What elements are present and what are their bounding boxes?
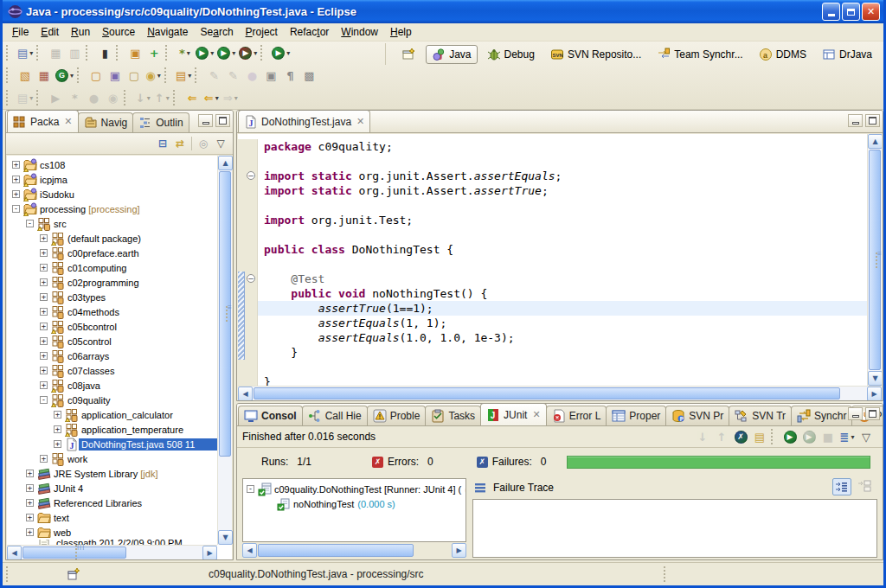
scroll-up-icon[interactable]: ▲ bbox=[218, 156, 233, 170]
tree-item-work[interactable]: +work bbox=[7, 451, 217, 466]
close-tab-icon[interactable]: ✕ bbox=[532, 409, 540, 420]
code-line-17[interactable]: } bbox=[238, 374, 867, 386]
dropdown-arrow-icon[interactable]: ▾ bbox=[286, 49, 290, 57]
tree-item-c03types[interactable]: +c03types bbox=[7, 290, 217, 304]
expand-icon[interactable]: + bbox=[40, 293, 48, 301]
tree-item-c05control[interactable]: +c05control bbox=[7, 334, 217, 348]
package-explorer-tree[interactable]: +cs108+icpjma+iSudoku-processing [proces… bbox=[7, 156, 217, 545]
view-tab-navig[interactable]: Navig bbox=[78, 112, 134, 132]
tree-item-application-temperature[interactable]: +application_temperature bbox=[7, 422, 217, 437]
dropdown-arrow-icon[interactable]: ▾ bbox=[851, 433, 854, 441]
tree-item-c08java[interactable]: +c08java bbox=[7, 378, 217, 393]
tree-item-src[interactable]: -src bbox=[7, 216, 217, 231]
expand-icon[interactable]: + bbox=[40, 278, 48, 286]
view-tab-packa[interactable]: Packa✕ bbox=[7, 110, 79, 132]
scroll-thumb[interactable] bbox=[254, 387, 840, 399]
code-editor[interactable]: package c09quality;−import static org.ju… bbox=[238, 134, 882, 386]
code-line-12[interactable]: assertTrue(1==1); bbox=[238, 301, 867, 316]
code-line-5[interactable] bbox=[238, 198, 867, 213]
menu-window[interactable]: Window bbox=[335, 24, 384, 40]
back-icon[interactable]: ⇐▾ bbox=[202, 88, 220, 107]
code-line-9[interactable] bbox=[238, 257, 867, 272]
collapse-icon[interactable]: - bbox=[40, 396, 48, 404]
tree-item-application-calculator[interactable]: +application_calculator bbox=[7, 407, 217, 422]
code-line-2[interactable] bbox=[238, 154, 867, 169]
rerun-test-icon[interactable]: ▶ bbox=[781, 427, 799, 446]
perspective-ddms[interactable]: aDDMS bbox=[753, 45, 812, 64]
close-tab-icon[interactable]: ✕ bbox=[356, 116, 364, 127]
new-java-wizard-icon[interactable]: ▣ bbox=[126, 43, 144, 62]
tree-item-c09quality[interactable]: -c09quality bbox=[7, 393, 217, 407]
new-package-icon[interactable]: ▦ bbox=[35, 66, 53, 85]
package-explorer-vscrollbar[interactable]: ▲ ≡ ▼ bbox=[217, 156, 232, 545]
view-tab-outlin[interactable]: Outlin bbox=[132, 112, 189, 132]
expand-icon[interactable]: + bbox=[26, 499, 34, 507]
new-java-project-icon[interactable]: ▧ bbox=[16, 66, 34, 85]
scroll-thumb[interactable]: ≡ bbox=[219, 171, 231, 457]
junit-tree-hscrollbar[interactable]: ◀ ▶ bbox=[242, 543, 466, 558]
menu-help[interactable]: Help bbox=[384, 24, 418, 40]
expand-icon[interactable]: + bbox=[40, 337, 48, 345]
code-line-13[interactable]: assertEquals(1, 1); bbox=[238, 316, 867, 330]
collapse-icon[interactable]: - bbox=[12, 205, 20, 213]
tree-item-c06arrays[interactable]: +c06arrays bbox=[7, 348, 217, 363]
last-edit-location-icon[interactable]: ⇐ bbox=[183, 88, 201, 107]
expand-icon[interactable]: + bbox=[12, 176, 20, 183]
expand-icon[interactable]: + bbox=[26, 514, 34, 521]
expand-icon[interactable]: + bbox=[40, 323, 48, 330]
tree-item-c00preface-earth[interactable]: +c00preface.earth bbox=[7, 246, 217, 260]
collapse-icon[interactable]: - bbox=[26, 220, 34, 227]
package-explorer-hscrollbar[interactable]: ◀ ||| ▶ bbox=[7, 545, 217, 559]
tree-item-c05bcontrol[interactable]: +c05bcontrol bbox=[7, 319, 217, 334]
scroll-left-icon[interactable]: ◀ bbox=[242, 543, 257, 558]
scroll-thumb[interactable]: ||| bbox=[22, 546, 126, 559]
code-line-10[interactable]: − @Test bbox=[238, 272, 867, 286]
tree-item-c07classes[interactable]: +c07classes bbox=[7, 363, 217, 378]
run-as-icon[interactable]: ▶▾ bbox=[216, 43, 236, 62]
perspective-java[interactable]: JJava bbox=[426, 45, 477, 64]
menu-run[interactable]: Run bbox=[65, 24, 96, 40]
editor-hscrollbar[interactable]: ◀ ▶ bbox=[238, 386, 882, 400]
collapse-icon[interactable]: - bbox=[247, 485, 254, 493]
open-resource-icon[interactable]: ▢ bbox=[125, 66, 143, 85]
view-tab-call-hie[interactable]: Call Hie bbox=[302, 406, 368, 425]
search-workspace-icon[interactable]: ▣ bbox=[106, 66, 124, 85]
scroll-left-icon[interactable]: ◀ bbox=[7, 546, 22, 560]
junit-test-tree[interactable]: -c09quality.DoNothingTest [Runner: JUnit… bbox=[242, 478, 466, 542]
junit-test-nonothingtest[interactable]: noNothingTest(0.000 s) bbox=[243, 496, 465, 511]
expand-icon[interactable]: + bbox=[54, 425, 61, 433]
tree-item-c01computing[interactable]: +c01computing bbox=[7, 260, 217, 275]
tree-item-referenced-libraries[interactable]: +Referenced Libraries bbox=[7, 495, 217, 510]
perspective-open-perspective[interactable] bbox=[396, 45, 422, 64]
code-line-14[interactable]: assertEquals(1.0, 1.0, 1e-3); bbox=[238, 330, 867, 345]
open-type-icon[interactable]: ▢ bbox=[87, 66, 105, 85]
collapse-fold-icon[interactable]: − bbox=[247, 274, 255, 283]
perspective-debug[interactable]: Debug bbox=[481, 45, 541, 64]
dropdown-arrow-icon[interactable]: ▾ bbox=[166, 94, 170, 102]
expand-icon[interactable]: + bbox=[40, 367, 48, 374]
code-line-7[interactable] bbox=[238, 227, 867, 242]
dropdown-arrow-icon[interactable]: ▾ bbox=[215, 94, 219, 102]
tree-item-donothingtest-java-508-11[interactable]: +JDoNothingTest.java 508 11 bbox=[7, 437, 217, 451]
code-line-4[interactable]: import static org.junit.Assert.assertTru… bbox=[238, 183, 867, 198]
code-line-3[interactable]: −import static org.junit.Assert.assertEq… bbox=[238, 169, 867, 183]
maximize-button[interactable] bbox=[842, 3, 860, 21]
search-icon[interactable]: ◉▾ bbox=[144, 66, 162, 85]
dropdown-arrow-icon[interactable]: ▾ bbox=[187, 49, 190, 57]
tree-item-default-package[interactable]: +(default package) bbox=[7, 231, 217, 246]
close-button[interactable]: ✕ bbox=[862, 3, 880, 21]
dropdown-arrow-icon[interactable]: ▾ bbox=[254, 49, 257, 57]
dropdown-arrow-icon[interactable]: ▾ bbox=[29, 49, 33, 57]
dropdown-arrow-icon[interactable]: ▾ bbox=[29, 94, 33, 102]
profile-icon[interactable]: ▶▾ bbox=[238, 43, 258, 62]
junit-test-c09quality-donothingtest-runner-junit-4[interactable]: -c09quality.DoNothingTest [Runner: JUnit… bbox=[243, 482, 465, 496]
expand-icon[interactable]: + bbox=[40, 455, 48, 463]
expand-icon[interactable]: + bbox=[40, 264, 48, 272]
close-tab-icon[interactable]: ✕ bbox=[64, 116, 72, 127]
tree-item-c02programming[interactable]: +c02programming bbox=[7, 275, 217, 290]
menu-edit[interactable]: Edit bbox=[35, 24, 65, 40]
code-line-16[interactable] bbox=[238, 360, 867, 374]
tree-item-c04methods[interactable]: +c04methods bbox=[7, 304, 217, 319]
code-line-11[interactable]: public void noNothingTest() { bbox=[238, 286, 867, 301]
dropdown-arrow-icon[interactable]: ▾ bbox=[147, 94, 151, 102]
